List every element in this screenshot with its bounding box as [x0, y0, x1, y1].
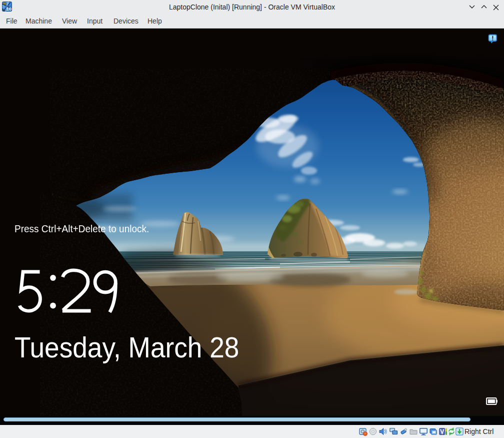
svg-text:10: 10: [6, 6, 12, 12]
svg-text:64: 64: [3, 3, 6, 5]
